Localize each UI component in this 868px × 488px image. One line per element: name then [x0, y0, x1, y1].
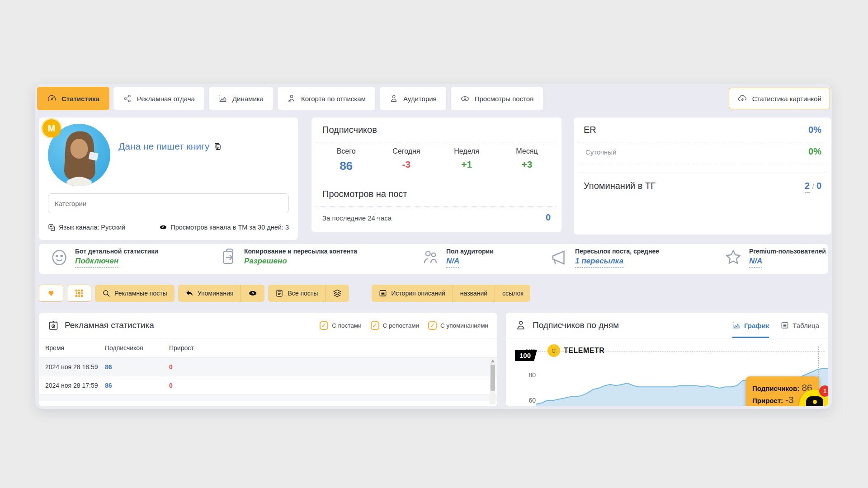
tab-table-label: Таблица	[793, 322, 819, 329]
strip-text: Копирование и пересылка контента Разреше…	[244, 248, 357, 266]
tab-label: Рекламная отдача	[137, 95, 195, 103]
channel-title-row: Дана не пишет книгу	[118, 141, 222, 152]
tab-chart-view[interactable]: График	[732, 313, 769, 338]
tab-dynamics[interactable]: Динамика	[208, 87, 274, 110]
share-nodes-icon	[123, 94, 132, 103]
bot-icon	[74, 288, 84, 298]
last24-row: За последние 24 часа 0	[322, 212, 551, 223]
row-subscribers: 86	[105, 382, 169, 389]
copy-icon[interactable]	[213, 142, 222, 150]
row-subscribers: 86	[105, 363, 169, 371]
tab-table-view[interactable]: Таблица	[781, 313, 819, 338]
tab-unsubscribe-cohort[interactable]: Когорта по отпискам	[277, 87, 376, 110]
favorites-button[interactable]: ♥	[39, 285, 63, 302]
megaphone-icon	[550, 248, 569, 267]
page: Статистика Рекламная отдача Динамика Ког…	[0, 0, 868, 488]
info-strip: Бот детальной статистики Подключен Копир…	[39, 244, 828, 274]
channel-tm-views: Просмотров канала в ТМ за 30 дней: 3	[159, 223, 289, 231]
forwards-value-link[interactable]: 1 пересылка	[575, 257, 623, 267]
history-links-label: ссылок	[502, 290, 523, 297]
chart-icon	[218, 94, 227, 103]
ad-posts-label: Рекламные посты	[114, 290, 167, 297]
users-icon	[515, 319, 527, 331]
er-label: ER	[584, 125, 596, 135]
checkbox-with-posts[interactable]: С постами	[320, 321, 361, 330]
checkbox-with-reposts[interactable]: С репостами	[371, 321, 419, 330]
row-time: 2024 ноя 28 18:59	[45, 363, 105, 371]
table-scrollbar[interactable]	[490, 358, 495, 404]
y-tick-80: 80	[520, 371, 536, 379]
channel-card: M Дана не пишет книгу Язык канала: Русск…	[39, 117, 298, 240]
row-growth: 0	[169, 382, 497, 389]
channel-language-label: Язык канала: Русский	[59, 224, 125, 231]
checkbox-checked-icon	[320, 321, 328, 330]
table-row-clipped	[39, 394, 497, 401]
history-descriptions-button[interactable]: История описаний	[372, 285, 453, 302]
tab-statistics[interactable]: Статистика	[37, 87, 109, 110]
chat-bubble-icon	[806, 396, 823, 406]
gender-value-link[interactable]: N/A	[446, 257, 459, 267]
days-panel-header: Подписчиков по дням График Таблица	[506, 313, 828, 338]
mentions-count-link[interactable]: 2	[805, 181, 810, 192]
tab-ad-performance[interactable]: Рекламная отдача	[113, 87, 205, 110]
checkbox-checked-icon	[371, 321, 379, 330]
checkbox-label: С постами	[332, 322, 361, 329]
chat-unread-badge: 1	[819, 385, 828, 397]
user-icon	[389, 94, 398, 103]
divider	[316, 206, 557, 206]
ad-posts-button-group: Рекламные посты	[95, 285, 175, 302]
ad-stats-header: Рекламная статистика С постами С репоста…	[39, 313, 497, 338]
categories-input[interactable]	[48, 193, 289, 213]
checkbox-label: С упоминаниями	[440, 322, 488, 329]
grouped-posts-button[interactable]	[325, 285, 349, 302]
history-button-group: История описаний названий ссылок	[372, 285, 530, 302]
tab-label: Статистика	[61, 95, 99, 103]
telemetr-watermark: TELEMETR	[547, 344, 604, 357]
mentions-separator: /	[812, 183, 814, 190]
views-per-post-title: Просмотров на пост	[322, 189, 407, 199]
search-icon	[102, 289, 110, 297]
tooltip-subs-label: Подписчиков:	[752, 385, 799, 392]
strip-label: Premium-пользователей	[749, 248, 826, 255]
all-posts-button-group: Все посты	[268, 285, 349, 302]
bot-status-link[interactable]: Подключен	[75, 257, 118, 267]
channel-title-link[interactable]: Дана не пишет книгу	[118, 141, 209, 152]
posts-icon	[275, 289, 283, 297]
mentions-views-button[interactable]	[241, 285, 264, 302]
mentions-extra-value: 0	[816, 181, 821, 191]
col-label-month: Месяц	[497, 147, 557, 155]
checkbox-label: С репостами	[383, 322, 419, 329]
scrollbar-thumb[interactable]	[491, 365, 495, 391]
tooltip-growth-value: -3	[785, 394, 794, 405]
strip-label: Бот детальной статистики	[75, 248, 158, 255]
er-row: ER 0%	[584, 125, 821, 135]
checkbox-with-mentions[interactable]: С упоминаниями	[428, 321, 488, 330]
table-row: 2024 ноя 28 17:59 86 0	[39, 376, 497, 394]
watermark-text: TELEMETR	[564, 347, 604, 355]
col-label-week: Неделя	[437, 147, 497, 155]
tooltip-row: Подписчиков: 86	[752, 382, 813, 393]
reply-arrow-icon	[185, 289, 193, 297]
col-label-total: Всего	[316, 147, 376, 155]
bot-button[interactable]	[67, 285, 91, 302]
channel-m-badge: M	[42, 119, 61, 137]
history-names-button[interactable]: названий	[453, 285, 495, 302]
mentions-button[interactable]: Упоминания	[178, 285, 241, 302]
tab-post-views[interactable]: Просмотры постов	[450, 87, 543, 110]
tab-audience[interactable]: Аудитория	[379, 87, 447, 110]
ad-posts-button[interactable]: Рекламные посты	[95, 285, 175, 302]
all-posts-button[interactable]: Все посты	[268, 285, 325, 302]
tooltip-growth-label: Прирост:	[752, 397, 783, 404]
table-list-icon	[781, 321, 789, 329]
subscribers-labels: Всего Сегодня Неделя Месяц	[316, 147, 557, 155]
scroll-up-icon[interactable]	[491, 360, 495, 362]
premium-value-link[interactable]: N/A	[749, 257, 762, 267]
calendar-icon	[48, 320, 59, 331]
channel-tm-views-label: Просмотров канала в ТМ за 30 дней: 3	[170, 224, 289, 231]
gender-icon	[421, 248, 440, 267]
row-time: 2024 ноя 28 17:59	[45, 382, 105, 389]
channel-meta-row: Язык канала: Русский Просмотров канала в…	[48, 223, 289, 231]
history-links-button[interactable]: ссылок	[495, 285, 530, 302]
image-stats-button[interactable]: Статистика картинкой	[729, 88, 830, 109]
ad-stats-panel: Рекламная статистика С постами С репоста…	[39, 313, 497, 406]
